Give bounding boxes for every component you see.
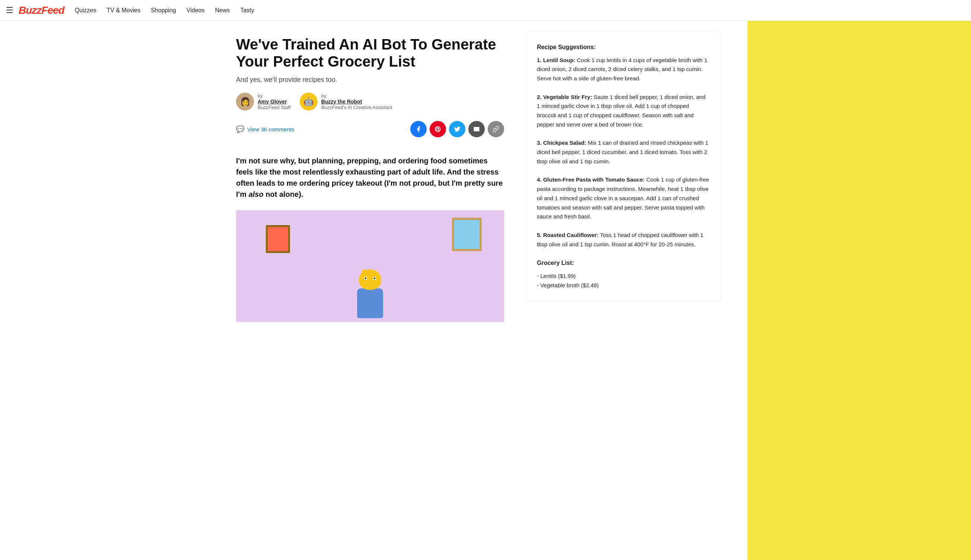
author-1-role: BuzzFeed Staff: [257, 105, 291, 110]
author-2-avatar: 🤖: [300, 93, 318, 110]
picture-frame: [266, 225, 290, 253]
nav-item-videos[interactable]: Videos: [187, 7, 205, 13]
author-1-info: by Amy Glover BuzzFeed Staff: [257, 93, 291, 110]
hamburger-menu-icon[interactable]: ☰: [6, 6, 13, 15]
comment-icon: 💬: [236, 125, 244, 133]
author-2-by: by: [321, 93, 392, 98]
nav-links-list: QuizzesTV & MoviesShoppingVideosNewsTast…: [75, 7, 254, 14]
article-body: I'm not sure why, but planning, prepping…: [236, 155, 504, 200]
recipe-card: Recipe Suggestions: 1. Lentil Soup: Cook…: [526, 32, 720, 301]
recipe-5-title: 5. Roasted Cauliflower:: [537, 232, 599, 238]
author-2-role: BuzzFeed's AI Creative Assistant: [321, 105, 392, 110]
nav-item-tv-&-movies[interactable]: TV & Movies: [107, 7, 140, 13]
recipe-suggestions-title: Recipe Suggestions:: [537, 42, 710, 52]
author-1-avatar: 👩: [236, 93, 254, 110]
email-share-button[interactable]: [468, 121, 485, 137]
article-subtitle: And yes, we'll provide recipes too.: [236, 76, 504, 84]
homer-body: [357, 288, 383, 318]
authors-section: 👩 by Amy Glover BuzzFeed Staff 🤖 by Buzz…: [236, 93, 504, 110]
copy-link-button[interactable]: [488, 121, 504, 137]
sidebar: Recipe Suggestions: 1. Lentil Soup: Cook…: [515, 21, 746, 344]
homer-figure: [357, 269, 383, 318]
author-2-name[interactable]: Buzzy the Robot: [321, 98, 392, 105]
pinterest-share-button[interactable]: [430, 121, 446, 137]
author-2-info: by Buzzy the Robot BuzzFeed's AI Creativ…: [321, 93, 392, 110]
recipe-1-title: 1. Lentil Soup:: [537, 57, 575, 63]
window-frame: [452, 218, 482, 251]
article-lead-text-end: not alone).: [264, 190, 303, 198]
header: ☰ BuzzFeed QuizzesTV & MoviesShoppingVid…: [0, 0, 971, 21]
homer-hair: [362, 269, 366, 273]
share-buttons: [410, 121, 504, 137]
author-1: 👩 by Amy Glover BuzzFeed Staff: [236, 93, 291, 110]
simpsons-scene: [236, 210, 504, 322]
homer-eye-right: [373, 277, 376, 280]
recipe-2-title: 2. Vegetable Stir Fry:: [537, 94, 592, 100]
comments-link[interactable]: 💬 View 36 comments: [236, 125, 294, 133]
article-lead-paragraph: I'm not sure why, but planning, prepping…: [236, 155, 504, 200]
nav-item-shopping[interactable]: Shopping: [151, 7, 176, 13]
homer-head: [359, 269, 381, 290]
recipe-3-title: 3. Chickpea Salad:: [537, 140, 587, 146]
recipe-text-block: 1. Lentil Soup: Cook 1 cup lentils in 4 …: [537, 56, 710, 290]
social-bar: 💬 View 36 comments: [236, 121, 504, 143]
author-2: 🤖 by Buzzy the Robot BuzzFeed's AI Creat…: [300, 93, 392, 110]
page-container: We've Trained An AI Bot To Generate Your…: [225, 21, 746, 344]
comments-label: View 36 comments: [247, 126, 294, 132]
grocery-list-title: Grocery List:: [537, 258, 710, 268]
main-nav: QuizzesTV & MoviesShoppingVideosNewsTast…: [75, 7, 254, 14]
article-title: We've Trained An AI Bot To Generate Your…: [236, 36, 504, 70]
homer-eye-left: [364, 277, 367, 280]
article-lead-italic: also: [249, 190, 264, 198]
author-1-by: by: [257, 93, 291, 98]
article-image: [236, 210, 504, 322]
grocery-item-1: - Lentils ($1.99): [537, 272, 710, 281]
facebook-share-button[interactable]: [410, 121, 427, 137]
main-content: We've Trained An AI Bot To Generate Your…: [225, 21, 515, 344]
nav-item-quizzes[interactable]: Quizzes: [75, 7, 97, 13]
author-1-name[interactable]: Amy Glover: [257, 98, 291, 105]
sidebar-background: [748, 0, 971, 344]
recipe-4-text: Cook 1 cup of gluten-free pasta accordin…: [537, 177, 709, 220]
recipe-4-title: 4. Gluten-Free Pasta with Tomato Sauce:: [537, 177, 645, 183]
twitter-share-button[interactable]: [449, 121, 465, 137]
buzzfeed-logo[interactable]: BuzzFeed: [18, 5, 64, 17]
nav-item-tasty[interactable]: Tasty: [240, 7, 254, 13]
nav-item-news[interactable]: News: [215, 7, 230, 13]
grocery-item-2: - Vegetable broth ($2.49): [537, 281, 710, 290]
